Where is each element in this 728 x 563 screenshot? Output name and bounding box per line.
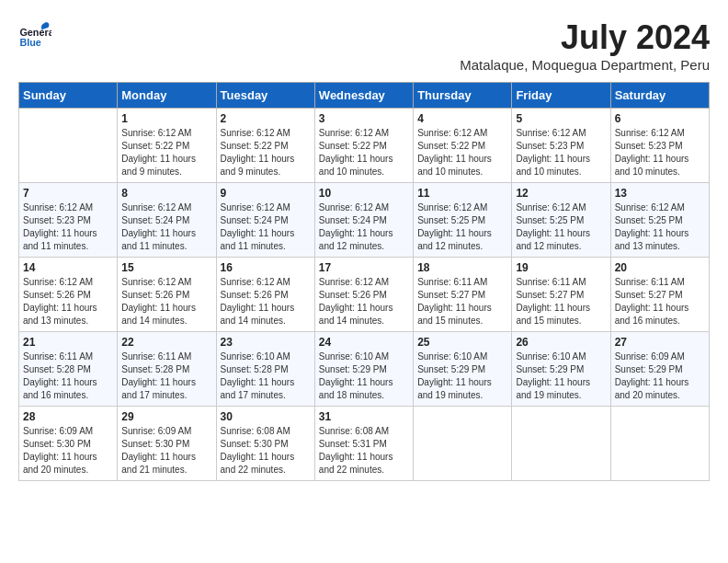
title-block: July 2024 Matalaque, Moquegua Department… xyxy=(460,18,710,73)
calendar-week-row: 21Sunrise: 6:11 AM Sunset: 5:28 PM Dayli… xyxy=(19,332,710,407)
calendar-cell: 27Sunrise: 6:09 AM Sunset: 5:29 PM Dayli… xyxy=(610,332,709,407)
day-info: Sunrise: 6:09 AM Sunset: 5:29 PM Dayligh… xyxy=(615,350,705,402)
calendar-cell: 21Sunrise: 6:11 AM Sunset: 5:28 PM Dayli… xyxy=(19,332,118,407)
logo: General Blue xyxy=(18,18,51,52)
day-info: Sunrise: 6:09 AM Sunset: 5:30 PM Dayligh… xyxy=(121,425,211,477)
weekday-header-saturday: Saturday xyxy=(610,83,709,109)
calendar-cell: 3Sunrise: 6:12 AM Sunset: 5:22 PM Daylig… xyxy=(314,109,413,183)
day-number: 24 xyxy=(319,336,409,349)
day-info: Sunrise: 6:12 AM Sunset: 5:23 PM Dayligh… xyxy=(615,127,705,178)
day-number: 1 xyxy=(121,112,211,125)
day-number: 5 xyxy=(516,112,606,125)
day-info: Sunrise: 6:12 AM Sunset: 5:25 PM Dayligh… xyxy=(516,201,606,253)
day-number: 8 xyxy=(121,187,211,200)
day-number: 31 xyxy=(319,410,409,423)
generalblue-logo-icon: General Blue xyxy=(18,18,51,52)
day-info: Sunrise: 6:11 AM Sunset: 5:27 PM Dayligh… xyxy=(516,276,606,327)
day-info: Sunrise: 6:12 AM Sunset: 5:26 PM Dayligh… xyxy=(121,276,211,327)
calendar-cell: 31Sunrise: 6:08 AM Sunset: 5:31 PM Dayli… xyxy=(314,407,413,481)
calendar-cell: 14Sunrise: 6:12 AM Sunset: 5:26 PM Dayli… xyxy=(19,258,118,332)
day-number: 29 xyxy=(121,410,211,423)
calendar-cell xyxy=(414,407,512,481)
calendar-cell xyxy=(512,407,610,481)
calendar-cell: 22Sunrise: 6:11 AM Sunset: 5:28 PM Dayli… xyxy=(118,332,216,407)
calendar-cell: 23Sunrise: 6:10 AM Sunset: 5:28 PM Dayli… xyxy=(216,332,314,407)
calendar-cell: 18Sunrise: 6:11 AM Sunset: 5:27 PM Dayli… xyxy=(414,258,512,332)
calendar-week-row: 28Sunrise: 6:09 AM Sunset: 5:30 PM Dayli… xyxy=(19,407,710,481)
weekday-header-wednesday: Wednesday xyxy=(314,83,413,109)
calendar-cell: 8Sunrise: 6:12 AM Sunset: 5:24 PM Daylig… xyxy=(118,183,216,258)
svg-text:General: General xyxy=(19,27,51,38)
day-info: Sunrise: 6:12 AM Sunset: 5:24 PM Dayligh… xyxy=(319,201,409,253)
day-number: 28 xyxy=(23,410,113,423)
day-number: 25 xyxy=(417,336,507,349)
day-number: 22 xyxy=(121,336,211,349)
calendar-cell: 5Sunrise: 6:12 AM Sunset: 5:23 PM Daylig… xyxy=(512,109,610,183)
calendar-cell: 4Sunrise: 6:12 AM Sunset: 5:22 PM Daylig… xyxy=(414,109,512,183)
calendar-cell: 16Sunrise: 6:12 AM Sunset: 5:26 PM Dayli… xyxy=(216,258,314,332)
day-info: Sunrise: 6:12 AM Sunset: 5:26 PM Dayligh… xyxy=(221,276,311,327)
day-number: 21 xyxy=(23,336,113,349)
day-info: Sunrise: 6:12 AM Sunset: 5:25 PM Dayligh… xyxy=(417,201,507,253)
calendar-cell: 12Sunrise: 6:12 AM Sunset: 5:25 PM Dayli… xyxy=(512,183,610,258)
calendar-body: 1Sunrise: 6:12 AM Sunset: 5:22 PM Daylig… xyxy=(19,109,710,481)
calendar-cell: 11Sunrise: 6:12 AM Sunset: 5:25 PM Dayli… xyxy=(414,183,512,258)
day-info: Sunrise: 6:10 AM Sunset: 5:29 PM Dayligh… xyxy=(417,350,507,402)
day-info: Sunrise: 6:12 AM Sunset: 5:24 PM Dayligh… xyxy=(221,201,311,253)
calendar-cell xyxy=(610,407,709,481)
day-info: Sunrise: 6:12 AM Sunset: 5:22 PM Dayligh… xyxy=(121,127,211,178)
calendar-week-row: 1Sunrise: 6:12 AM Sunset: 5:22 PM Daylig… xyxy=(19,109,710,183)
day-info: Sunrise: 6:12 AM Sunset: 5:23 PM Dayligh… xyxy=(23,201,113,253)
day-info: Sunrise: 6:12 AM Sunset: 5:22 PM Dayligh… xyxy=(417,127,507,178)
day-number: 3 xyxy=(319,112,409,125)
page-header: General Blue July 2024 Matalaque, Moqueg… xyxy=(18,18,710,73)
calendar-cell: 17Sunrise: 6:12 AM Sunset: 5:26 PM Dayli… xyxy=(314,258,413,332)
day-number: 23 xyxy=(221,336,311,349)
calendar-table: SundayMondayTuesdayWednesdayThursdayFrid… xyxy=(18,82,710,481)
day-number: 18 xyxy=(417,261,507,274)
day-info: Sunrise: 6:12 AM Sunset: 5:24 PM Dayligh… xyxy=(121,201,211,253)
calendar-cell xyxy=(19,109,118,183)
calendar-cell: 19Sunrise: 6:11 AM Sunset: 5:27 PM Dayli… xyxy=(512,258,610,332)
day-number: 26 xyxy=(516,336,606,349)
weekday-header-row: SundayMondayTuesdayWednesdayThursdayFrid… xyxy=(19,83,710,109)
calendar-cell: 9Sunrise: 6:12 AM Sunset: 5:24 PM Daylig… xyxy=(216,183,314,258)
day-number: 15 xyxy=(121,261,211,274)
day-number: 27 xyxy=(615,336,705,349)
day-info: Sunrise: 6:10 AM Sunset: 5:29 PM Dayligh… xyxy=(516,350,606,402)
day-info: Sunrise: 6:09 AM Sunset: 5:30 PM Dayligh… xyxy=(23,425,113,477)
calendar-cell: 10Sunrise: 6:12 AM Sunset: 5:24 PM Dayli… xyxy=(314,183,413,258)
day-info: Sunrise: 6:12 AM Sunset: 5:22 PM Dayligh… xyxy=(221,127,311,178)
day-number: 4 xyxy=(417,112,507,125)
calendar-cell: 26Sunrise: 6:10 AM Sunset: 5:29 PM Dayli… xyxy=(512,332,610,407)
calendar-cell: 30Sunrise: 6:08 AM Sunset: 5:30 PM Dayli… xyxy=(216,407,314,481)
calendar-cell: 28Sunrise: 6:09 AM Sunset: 5:30 PM Dayli… xyxy=(19,407,118,481)
day-number: 7 xyxy=(23,187,113,200)
day-number: 16 xyxy=(221,261,311,274)
calendar-cell: 15Sunrise: 6:12 AM Sunset: 5:26 PM Dayli… xyxy=(118,258,216,332)
day-info: Sunrise: 6:11 AM Sunset: 5:27 PM Dayligh… xyxy=(417,276,507,327)
day-info: Sunrise: 6:12 AM Sunset: 5:23 PM Dayligh… xyxy=(516,127,606,178)
calendar-week-row: 7Sunrise: 6:12 AM Sunset: 5:23 PM Daylig… xyxy=(19,183,710,258)
day-number: 20 xyxy=(615,261,705,274)
day-number: 9 xyxy=(221,187,311,200)
calendar-cell: 7Sunrise: 6:12 AM Sunset: 5:23 PM Daylig… xyxy=(19,183,118,258)
day-number: 30 xyxy=(221,410,311,423)
weekday-header-thursday: Thursday xyxy=(414,83,512,109)
day-number: 19 xyxy=(516,261,606,274)
calendar-cell: 24Sunrise: 6:10 AM Sunset: 5:29 PM Dayli… xyxy=(314,332,413,407)
calendar-cell: 29Sunrise: 6:09 AM Sunset: 5:30 PM Dayli… xyxy=(118,407,216,481)
day-number: 17 xyxy=(319,261,409,274)
day-number: 2 xyxy=(221,112,311,125)
weekday-header-monday: Monday xyxy=(118,83,216,109)
svg-text:Blue: Blue xyxy=(19,37,40,48)
day-info: Sunrise: 6:08 AM Sunset: 5:30 PM Dayligh… xyxy=(221,425,311,477)
day-info: Sunrise: 6:12 AM Sunset: 5:26 PM Dayligh… xyxy=(23,276,113,327)
day-info: Sunrise: 6:11 AM Sunset: 5:28 PM Dayligh… xyxy=(23,350,113,402)
day-info: Sunrise: 6:11 AM Sunset: 5:28 PM Dayligh… xyxy=(121,350,211,402)
location-subtitle: Matalaque, Moquegua Department, Peru xyxy=(460,57,710,73)
day-info: Sunrise: 6:08 AM Sunset: 5:31 PM Dayligh… xyxy=(319,425,409,477)
calendar-cell: 2Sunrise: 6:12 AM Sunset: 5:22 PM Daylig… xyxy=(216,109,314,183)
day-info: Sunrise: 6:12 AM Sunset: 5:22 PM Dayligh… xyxy=(319,127,409,178)
day-number: 11 xyxy=(417,187,507,200)
